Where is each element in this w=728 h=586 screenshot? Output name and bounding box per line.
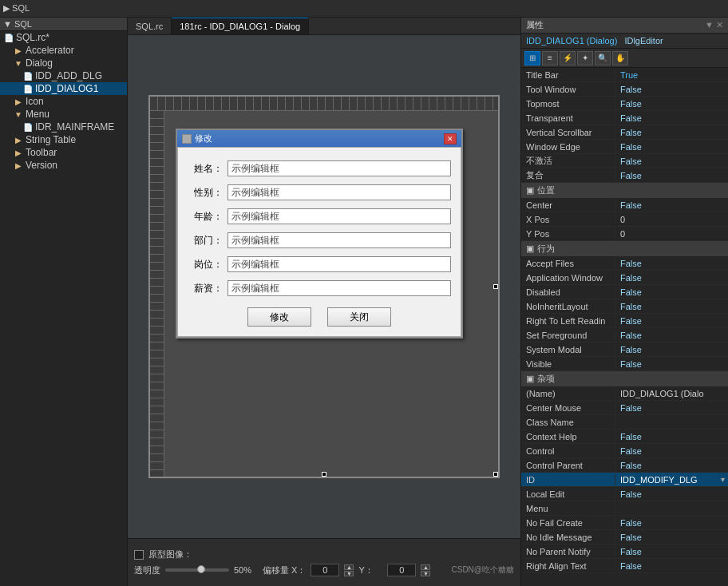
sidebar-item-toolbar[interactable]: ▶Toolbar bbox=[0, 146, 127, 159]
props-row-control[interactable]: Control False bbox=[521, 444, 728, 458]
props-row-centermouse[interactable]: Center Mouse False bbox=[521, 401, 728, 415]
opacity-slider[interactable] bbox=[165, 568, 229, 572]
sidebar-item-idr_mainframe[interactable]: 📄IDR_MAINFRAME bbox=[0, 121, 127, 133]
resize-handle-mr[interactable] bbox=[493, 284, 498, 289]
props-section-header-misc[interactable]: ▣杂项 bbox=[521, 371, 728, 386]
props-row-controlparent[interactable]: Control Parent False bbox=[521, 458, 728, 473]
offset-x-input[interactable] bbox=[311, 564, 339, 576]
sidebar-item-sql_rc[interactable]: 📄SQL.rc* bbox=[0, 31, 127, 44]
props-row-noinheritlayout[interactable]: NoInheritLayout False bbox=[521, 299, 728, 314]
top-bar-title: ▶ SQL bbox=[3, 3, 30, 14]
props-value: False bbox=[615, 431, 728, 442]
props-name: Topmost bbox=[521, 98, 615, 109]
props-row-toolwindow[interactable]: Tool Window False bbox=[521, 82, 728, 97]
spin-y-down[interactable]: ▼ bbox=[421, 571, 430, 576]
props-name: Center bbox=[521, 200, 615, 211]
props-row-visible[interactable]: Visible False bbox=[521, 357, 728, 371]
props-row-topmost[interactable]: Topmost False bbox=[521, 97, 728, 111]
props-section-header-position[interactable]: ▣位置 bbox=[521, 183, 728, 198]
props-value: False bbox=[615, 141, 728, 152]
props-row-systemmodal[interactable]: System Modal False bbox=[521, 342, 728, 357]
props-row-menu[interactable]: Menu bbox=[521, 501, 728, 516]
props-section-header-behavior[interactable]: ▣行为 bbox=[521, 241, 728, 256]
props-name: Right To Left Readin bbox=[521, 315, 615, 327]
tab-dialog[interactable]: 181rc - IDD_DIALOG1 - Dialog bbox=[172, 18, 309, 34]
props-row-classname[interactable]: Class Name bbox=[521, 415, 728, 430]
props-tb-grid[interactable]: ⊞ bbox=[524, 51, 540, 65]
spin-down[interactable]: ▼ bbox=[344, 571, 354, 576]
props-value: False bbox=[615, 170, 728, 181]
sidebar-item-string_table[interactable]: ▶String Table bbox=[0, 133, 127, 146]
resize-handle-br[interactable] bbox=[493, 472, 498, 477]
dialog-field-input[interactable] bbox=[228, 184, 451, 200]
folder-icon: ▶ bbox=[13, 96, 24, 107]
props-tb-search[interactable]: 🔍 bbox=[595, 51, 611, 65]
dialog-modify-button[interactable]: 修改 bbox=[247, 307, 311, 327]
dialog-close-dialog-button[interactable]: 关闭 bbox=[327, 307, 391, 327]
props-row-localedit[interactable]: Local Edit False bbox=[521, 487, 728, 501]
props-row-applicationwindow[interactable]: Application Window False bbox=[521, 271, 728, 285]
props-value: False bbox=[615, 156, 728, 167]
dialog-field-input[interactable] bbox=[228, 160, 451, 176]
props-row-rightaligntext[interactable]: Right Align Text False bbox=[521, 559, 728, 573]
sidebar-item-idd_dialog1[interactable]: 📄IDD_DIALOG1 bbox=[0, 82, 127, 95]
tab-sql-rc[interactable]: SQL.rc bbox=[128, 18, 172, 34]
proto-checkbox[interactable] bbox=[134, 550, 144, 560]
props-tb-hand[interactable]: ✋ bbox=[612, 51, 628, 65]
sidebar-item-label: IDD_ADD_DLG bbox=[35, 70, 102, 81]
sidebar-items-container: 📄SQL.rc*▶Accelerator▼Dialog📄IDD_ADD_DLG📄… bbox=[0, 31, 127, 172]
props-name: 复合 bbox=[521, 168, 615, 182]
dialog-field-input[interactable] bbox=[228, 232, 451, 248]
dialog-field-input[interactable] bbox=[228, 280, 451, 296]
offset-x-spinner[interactable]: ▲ ▼ bbox=[344, 564, 354, 576]
props-row-setforeground[interactable]: Set Foreground False bbox=[521, 328, 728, 342]
spin-up[interactable]: ▲ bbox=[344, 564, 354, 570]
props-row-不激活[interactable]: 不激活 False bbox=[521, 154, 728, 168]
dialog-close-button[interactable]: ✕ bbox=[444, 133, 457, 145]
dialog-buttons-row: 修改 关闭 bbox=[188, 307, 451, 327]
sidebar-item-icon[interactable]: ▶Icon bbox=[0, 95, 127, 108]
props-row-noidlemessage[interactable]: No Idle Message False bbox=[521, 530, 728, 544]
spin-y-up[interactable]: ▲ bbox=[421, 564, 430, 570]
sidebar-item-idd_add_dlg[interactable]: 📄IDD_ADD_DLG bbox=[0, 69, 127, 82]
dialog-field-input[interactable] bbox=[228, 208, 451, 224]
sidebar-item-label: Menu bbox=[26, 109, 49, 120]
props-row-id[interactable]: ID IDD_MODIFY_DLG ▾ bbox=[521, 473, 728, 487]
props-row-复合[interactable]: 复合 False bbox=[521, 168, 728, 183]
resize-handle-bc[interactable] bbox=[322, 472, 326, 477]
props-row-contexthelp[interactable]: Context Help False bbox=[521, 430, 728, 444]
offset-x-label: 偏移量 X： bbox=[263, 564, 306, 576]
props-name: Set Foreground bbox=[521, 330, 615, 341]
props-row-acceptfiles[interactable]: Accept Files False bbox=[521, 256, 728, 271]
props-row-center[interactable]: Center False bbox=[521, 198, 728, 212]
props-row-noparentnotify[interactable]: No Parent Notify False bbox=[521, 544, 728, 559]
props-row-xpos[interactable]: X Pos 0 bbox=[521, 212, 728, 227]
props-tb-lightning[interactable]: ✦ bbox=[577, 51, 593, 65]
props-row-(name)[interactable]: (Name) IDD_DIALOG1 (Dialo bbox=[521, 386, 728, 401]
dialog-window[interactable]: 修改 ✕ 姓名： 性别： 年龄： 部门： 岗位： 薪资： bbox=[176, 129, 463, 339]
offset-y-input[interactable] bbox=[387, 564, 416, 576]
props-row-titlebar[interactable]: Title Bar True bbox=[521, 68, 728, 82]
offset-y-spinner[interactable]: ▲ ▼ bbox=[421, 564, 430, 576]
props-content: Title Bar True Tool Window False Topmost… bbox=[521, 68, 728, 586]
sidebar-item-menu[interactable]: ▼Menu bbox=[0, 108, 127, 121]
props-object-label: IDD_DIALOG1 (Dialog) IDlgEditor bbox=[521, 34, 728, 49]
props-row-windowedge[interactable]: Window Edge False bbox=[521, 140, 728, 154]
props-row-nofailcreate[interactable]: No Fail Create False bbox=[521, 516, 728, 530]
sidebar-item-accelerator[interactable]: ▶Accelerator bbox=[0, 44, 127, 57]
props-row-disabled[interactable]: Disabled False bbox=[521, 285, 728, 299]
props-name: No Parent Notify bbox=[521, 546, 615, 557]
props-row-ypos[interactable]: Y Pos 0 bbox=[521, 227, 728, 241]
props-value: False bbox=[615, 301, 728, 312]
props-tb-events[interactable]: ⚡ bbox=[560, 51, 576, 65]
props-row-righttoleftreadin[interactable]: Right To Left Readin False bbox=[521, 314, 728, 328]
props-tb-props[interactable]: ≡ bbox=[542, 51, 558, 65]
sidebar-item-label: Accelerator bbox=[26, 45, 74, 56]
dialog-field-input[interactable] bbox=[228, 256, 451, 272]
props-row-verticalscrollbar[interactable]: Vertical Scrollbar False bbox=[521, 125, 728, 140]
sidebar-item-dialog[interactable]: ▼Dialog bbox=[0, 57, 127, 69]
props-value bbox=[615, 422, 728, 423]
sidebar-item-version[interactable]: ▶Version bbox=[0, 159, 127, 172]
props-row-transparent[interactable]: Transparent False bbox=[521, 111, 728, 125]
dialog-field-label: 岗位： bbox=[188, 258, 228, 271]
